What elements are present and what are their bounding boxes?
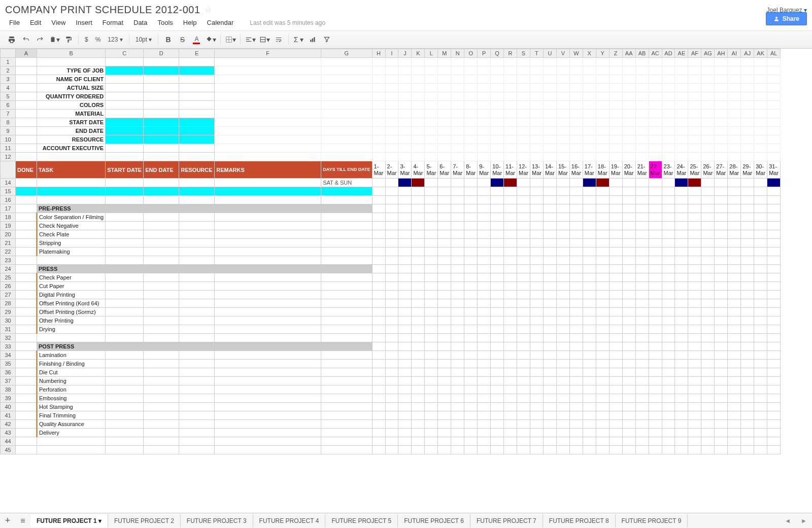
- calendar-cell[interactable]: [412, 248, 425, 256]
- cell[interactable]: [464, 127, 478, 135]
- calendar-cell[interactable]: [425, 291, 438, 299]
- task-name[interactable]: Stripping: [37, 239, 106, 248]
- calendar-cell[interactable]: [596, 411, 609, 420]
- cell[interactable]: [635, 110, 649, 118]
- cell[interactable]: [321, 325, 372, 334]
- calendar-cell[interactable]: [412, 265, 425, 273]
- calendar-cell[interactable]: [596, 256, 609, 265]
- calendar-cell[interactable]: [464, 213, 478, 222]
- cell[interactable]: [596, 101, 609, 110]
- calendar-cell[interactable]: [583, 325, 596, 334]
- cell[interactable]: [37, 187, 106, 196]
- cell[interactable]: [215, 342, 321, 351]
- calendar-cell[interactable]: [530, 299, 544, 308]
- cell[interactable]: [106, 110, 144, 118]
- cell[interactable]: [688, 66, 701, 75]
- calendar-cell[interactable]: [622, 325, 635, 334]
- cell[interactable]: [215, 437, 321, 446]
- cell[interactable]: [583, 135, 596, 144]
- cell[interactable]: [179, 308, 215, 316]
- cell[interactable]: [478, 153, 491, 161]
- calendar-cell[interactable]: [491, 239, 504, 248]
- cell[interactable]: [649, 75, 662, 84]
- calendar-cell[interactable]: [635, 230, 649, 239]
- align-button[interactable]: ▾: [244, 33, 257, 46]
- cell[interactable]: [321, 446, 372, 454]
- cell[interactable]: [543, 153, 556, 161]
- calendar-cell[interactable]: [701, 403, 715, 411]
- calendar-cell[interactable]: [609, 360, 622, 368]
- row-header-22[interactable]: 22: [1, 248, 16, 256]
- calendar-cell[interactable]: [688, 239, 701, 248]
- calendar-cell[interactable]: [609, 248, 622, 256]
- calendar-cell[interactable]: [688, 377, 701, 385]
- cell[interactable]: [649, 92, 662, 101]
- cell[interactable]: [530, 118, 544, 127]
- cell[interactable]: [543, 58, 556, 66]
- col-header-Z[interactable]: Z: [609, 49, 622, 58]
- row-header-41[interactable]: 41: [1, 411, 16, 420]
- calendar-cell[interactable]: [622, 256, 635, 265]
- cell[interactable]: [728, 446, 741, 454]
- row-header-1[interactable]: 1: [1, 58, 16, 66]
- cell[interactable]: [179, 385, 215, 394]
- row-header-45[interactable]: 45: [1, 446, 16, 454]
- calendar-cell[interactable]: [662, 325, 675, 334]
- calendar-cell[interactable]: [649, 334, 662, 342]
- calendar-cell[interactable]: [728, 265, 741, 273]
- cell[interactable]: [179, 437, 215, 446]
- cell[interactable]: [16, 273, 37, 282]
- cell[interactable]: [321, 420, 372, 429]
- cell[interactable]: [596, 127, 609, 135]
- cell[interactable]: [675, 127, 688, 135]
- cell[interactable]: [622, 153, 635, 161]
- cell[interactable]: [478, 446, 491, 454]
- cell[interactable]: [530, 58, 544, 66]
- cell[interactable]: [754, 437, 767, 446]
- calendar-cell[interactable]: [569, 420, 583, 429]
- calendar-cell[interactable]: [754, 222, 767, 230]
- calendar-cell[interactable]: [754, 403, 767, 411]
- calendar-cell[interactable]: [767, 239, 781, 248]
- calendar-cell[interactable]: [596, 213, 609, 222]
- calendar-cell[interactable]: [767, 368, 781, 377]
- calendar-cell[interactable]: [701, 368, 715, 377]
- col-header-AJ[interactable]: AJ: [741, 49, 754, 58]
- cell[interactable]: [385, 101, 398, 110]
- calendar-cell[interactable]: [543, 429, 556, 437]
- cell[interactable]: [728, 118, 741, 127]
- calendar-cell[interactable]: [556, 291, 569, 299]
- calendar-cell[interactable]: [569, 316, 583, 325]
- cell[interactable]: [543, 101, 556, 110]
- calendar-cell[interactable]: [425, 420, 438, 429]
- cell[interactable]: [372, 84, 385, 92]
- calendar-cell[interactable]: [635, 222, 649, 230]
- cell[interactable]: [385, 446, 398, 454]
- calendar-cell[interactable]: [635, 342, 649, 351]
- calendar-cell[interactable]: [372, 411, 385, 420]
- cell[interactable]: [504, 75, 517, 84]
- calendar-cell[interactable]: [767, 351, 781, 360]
- cell[interactable]: [530, 196, 544, 204]
- calendar-cell[interactable]: [728, 230, 741, 239]
- cell[interactable]: [662, 84, 675, 92]
- cell[interactable]: [438, 118, 451, 127]
- cell[interactable]: [767, 92, 781, 101]
- cell[interactable]: [321, 58, 372, 66]
- cell[interactable]: [583, 66, 596, 75]
- cell[interactable]: [517, 58, 530, 66]
- cell[interactable]: [372, 118, 385, 127]
- cell[interactable]: [478, 127, 491, 135]
- calendar-cell[interactable]: [438, 368, 451, 377]
- calendar-cell[interactable]: [728, 420, 741, 429]
- calendar-cell[interactable]: [622, 239, 635, 248]
- calendar-cell[interactable]: [385, 360, 398, 368]
- calendar-cell[interactable]: [412, 377, 425, 385]
- cell[interactable]: [635, 196, 649, 204]
- calendar-cell[interactable]: [635, 308, 649, 316]
- cell[interactable]: [179, 291, 215, 299]
- cell[interactable]: [372, 75, 385, 84]
- cell[interactable]: [675, 66, 688, 75]
- cell[interactable]: [583, 153, 596, 161]
- calendar-cell[interactable]: [622, 273, 635, 282]
